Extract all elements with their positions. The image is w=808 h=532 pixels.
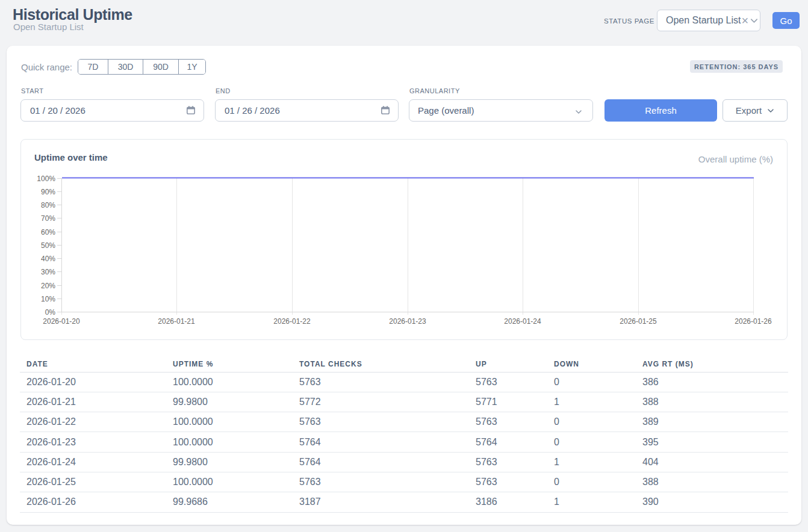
- svg-text:2026-01-25: 2026-01-25: [620, 317, 657, 326]
- svg-text:2026-01-20: 2026-01-20: [43, 317, 80, 326]
- svg-text:20%: 20%: [41, 282, 55, 290]
- svg-text:50%: 50%: [41, 241, 55, 250]
- svg-text:90%: 90%: [41, 188, 55, 196]
- svg-text:60%: 60%: [41, 228, 55, 237]
- svg-text:80%: 80%: [41, 201, 55, 209]
- svg-text:2026-01-22: 2026-01-22: [273, 317, 311, 326]
- svg-text:30%: 30%: [41, 268, 55, 276]
- svg-text:2026-01-23: 2026-01-23: [389, 317, 426, 326]
- svg-text:0%: 0%: [45, 308, 56, 317]
- svg-text:100%: 100%: [37, 175, 55, 183]
- svg-text:40%: 40%: [41, 255, 55, 263]
- svg-text:2026-01-21: 2026-01-21: [158, 317, 195, 326]
- svg-text:10%: 10%: [41, 295, 55, 303]
- svg-text:2026-01-26: 2026-01-26: [735, 317, 772, 326]
- svg-text:2026-01-24: 2026-01-24: [504, 317, 541, 326]
- svg-text:70%: 70%: [41, 214, 55, 223]
